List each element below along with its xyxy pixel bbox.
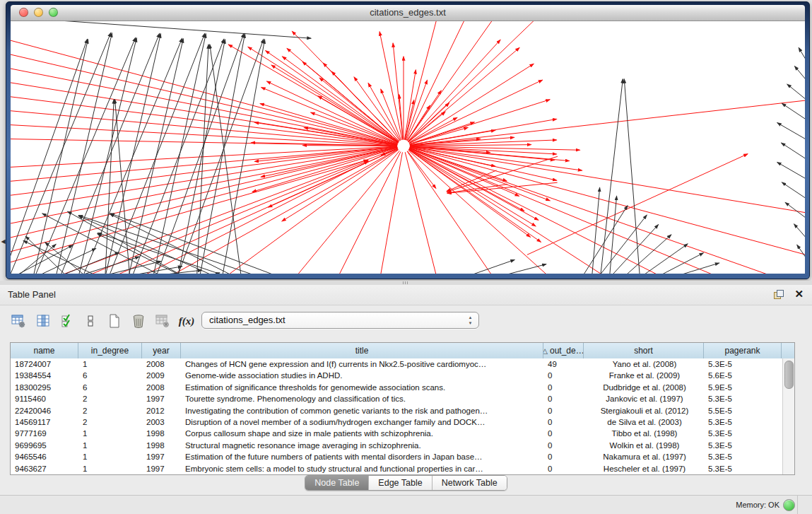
citation-edge-red[interactable] (338, 152, 401, 274)
table-row[interactable]: 2242004622012Investigating the contribut… (11, 405, 783, 416)
select-columns-button[interactable] (58, 311, 78, 331)
citation-edge-black[interactable] (799, 47, 805, 62)
citation-edge-black[interactable] (777, 123, 805, 141)
citation-edge-red[interactable] (405, 152, 437, 274)
citation-edge-black[interactable] (13, 245, 73, 274)
citation-edge-black[interactable] (787, 84, 805, 101)
function-builder-button[interactable]: f(x) (177, 311, 196, 331)
table-row[interactable]: 1872400712008Changes of HCN gene express… (11, 358, 783, 370)
close-panel-icon[interactable]: ✕ (794, 288, 804, 300)
citation-edge-black[interactable] (178, 40, 225, 274)
tab-node-table[interactable]: Node Table (305, 476, 369, 490)
citation-edge-black[interactable] (222, 40, 264, 274)
table-row[interactable]: 1830029562008Estimation of significance … (11, 382, 783, 393)
float-panel-icon[interactable] (774, 290, 784, 300)
show-column-button[interactable] (34, 311, 54, 331)
column-header-year[interactable]: year (142, 343, 181, 358)
citation-edge-black[interactable] (23, 240, 100, 274)
scrollbar-thumb[interactable] (784, 361, 794, 389)
citation-edge-black[interactable] (465, 259, 514, 274)
citation-edge-black[interactable] (782, 103, 805, 120)
citation-edge-black[interactable] (83, 38, 182, 274)
table-mode-button[interactable] (8, 311, 28, 331)
citation-edge-red[interactable] (408, 150, 541, 243)
table-selector-dropdown[interactable]: citations_edges.txt ▲▼ (201, 312, 479, 329)
tab-edge-table[interactable]: Edge Table (369, 476, 432, 490)
citation-edge-black[interactable] (657, 253, 703, 274)
network-window[interactable]: citations_edges.txt (6, 1, 810, 279)
citation-edge-black[interactable] (592, 187, 600, 274)
minimize-window-button[interactable] (34, 8, 43, 17)
citation-edge-red[interactable] (11, 160, 367, 262)
table-row[interactable]: 946554611997Estimation of the future num… (11, 451, 783, 462)
citation-edge-black[interactable] (673, 263, 719, 274)
citation-edge-black[interactable] (115, 100, 130, 274)
window-titlebar[interactable]: citations_edges.txt (11, 5, 805, 21)
citation-edge-black[interactable] (177, 39, 264, 274)
zoom-window-button[interactable] (49, 8, 58, 17)
column-header-short[interactable]: short (584, 343, 704, 358)
citation-edge-black[interactable] (78, 38, 136, 274)
citation-edge-red[interactable] (408, 21, 535, 141)
table-scrollbar[interactable] (782, 358, 794, 474)
citation-edge-black[interactable] (782, 182, 805, 199)
citation-edge-black[interactable] (497, 264, 546, 274)
column-header-title[interactable]: title (181, 343, 543, 358)
table-row[interactable]: 1456911722003Disruption of a novel membe… (11, 416, 783, 428)
citation-edge-red[interactable] (393, 43, 403, 140)
citation-edge-red[interactable] (406, 80, 428, 140)
memory-status-icon[interactable] (783, 499, 795, 511)
column-header-name[interactable]: name (11, 343, 78, 358)
column-header-pagerank[interactable]: pagerank (704, 343, 782, 358)
citation-edge-red[interactable] (409, 149, 536, 226)
table-row[interactable]: 911546021997Tourette syndrome. Phenomeno… (11, 393, 783, 404)
delete-column-button[interactable] (129, 311, 148, 331)
close-window-button[interactable] (19, 8, 28, 17)
citation-edge-black[interactable] (129, 39, 184, 274)
citation-edge-black[interactable] (11, 21, 311, 38)
citation-edge-black[interactable] (781, 143, 805, 160)
citation-edge-red[interactable] (409, 64, 534, 143)
citation-edge-red[interactable] (408, 40, 500, 141)
citation-edge-red[interactable] (266, 81, 397, 144)
citation-edge-red[interactable] (354, 77, 400, 141)
citation-edge-black[interactable] (640, 244, 688, 274)
citation-edge-red[interactable] (409, 149, 606, 274)
citation-edge-red[interactable] (406, 21, 465, 140)
citation-edge-black[interactable] (777, 162, 805, 180)
tab-network-table[interactable]: Network Table (433, 476, 507, 490)
citation-edge-black[interactable] (624, 79, 640, 274)
column-header-in_degree[interactable]: in_degree (78, 343, 142, 358)
network-canvas[interactable] (11, 21, 805, 274)
citation-edge-black[interactable] (105, 34, 161, 274)
column-header-out_de[interactable]: △out_de… (543, 343, 584, 358)
citation-edge-black[interactable] (110, 214, 280, 274)
citation-edge-red[interactable] (11, 147, 397, 196)
citation-edge-black[interactable] (794, 66, 805, 82)
citation-edge-red[interactable] (266, 51, 399, 143)
citation-edge-red[interactable] (409, 148, 519, 196)
table-row[interactable]: 1938455462009Genome-wide association stu… (11, 370, 783, 381)
citation-edge-red[interactable] (527, 154, 748, 255)
citation-edge-red[interactable] (410, 148, 805, 255)
citation-edge-red[interactable] (410, 100, 805, 146)
row-height-button[interactable] (81, 311, 100, 331)
table-row[interactable]: 969969511998Structural magnetic resonanc… (11, 440, 783, 451)
new-column-button[interactable] (105, 311, 124, 331)
citation-edge-red[interactable] (447, 156, 558, 192)
citation-edge-red[interactable] (169, 149, 399, 274)
citation-edge-red[interactable] (248, 47, 399, 142)
citation-edge-black[interactable] (35, 37, 136, 274)
delete-table-button-disabled[interactable] (153, 311, 172, 331)
citation-edge-black[interactable] (609, 196, 616, 274)
citation-edge-red[interactable] (410, 147, 805, 213)
table-cell: 18724007 (11, 358, 78, 370)
citation-edge-red[interactable] (225, 150, 398, 274)
table-row[interactable]: 977716911998Corpus callosum shape and si… (11, 428, 783, 439)
table-row[interactable]: 946362711997Embryonic stem cells: a mode… (11, 463, 783, 474)
citation-edge-black[interactable] (794, 224, 805, 240)
citation-edge-black[interactable] (601, 79, 623, 274)
citation-edge-red[interactable] (271, 65, 398, 143)
citation-edge-red[interactable] (408, 151, 550, 274)
citation-edge-red[interactable] (408, 47, 519, 141)
